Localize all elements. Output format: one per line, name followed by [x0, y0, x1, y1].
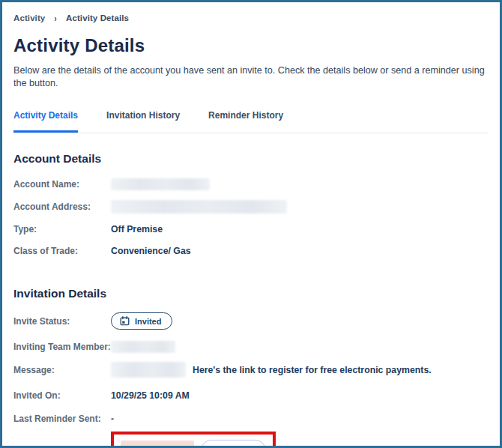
chevron-right-icon: ›	[54, 13, 57, 23]
table-row: Invited On: 10/29/25 10:09 AM	[13, 390, 488, 402]
delivery-status-label: Delivery Status:	[13, 445, 111, 448]
invited-status-badge: Invited	[111, 312, 172, 330]
message-text: Here's the link to register for free ele…	[193, 365, 432, 375]
table-row: Message: Here's the link to register for…	[13, 362, 488, 378]
type-label: Type:	[13, 224, 111, 234]
last-reminder-sent-label: Last Reminder Sent:	[13, 414, 111, 424]
table-row: Account Name:	[13, 178, 488, 190]
type-value: Off Premise	[111, 224, 163, 234]
message-value: Here's the link to register for free ele…	[111, 362, 432, 378]
last-reminder-sent-value: -	[111, 414, 114, 424]
tab-reminder-history[interactable]: Reminder History	[208, 107, 283, 133]
account-details-heading: Account Details	[13, 152, 488, 166]
account-name-label: Account Name:	[13, 179, 111, 190]
account-address-redacted-value	[111, 200, 287, 214]
class-of-trade-label: Class of Trade:	[13, 246, 111, 256]
table-row: Last Reminder Sent: -	[13, 413, 488, 425]
invitation-details-section: Invitation Details Invite Status: Invite…	[13, 287, 488, 448]
invite-status-label: Invite Status:	[13, 316, 111, 327]
account-details-section: Account Details Account Name: Account Ad…	[13, 152, 488, 257]
breadcrumb-activity[interactable]: Activity	[13, 13, 45, 22]
inviting-team-member-redacted-value	[111, 341, 175, 353]
message-redacted-value	[111, 362, 186, 378]
activity-details-page: Activity › Activity Details Activity Det…	[0, 0, 502, 448]
tab-bar: Activity Details Invitation History Remi…	[13, 107, 488, 133]
table-row: Invite Status: Invited	[13, 312, 488, 330]
invited-on-label: Invited On:	[13, 390, 111, 401]
table-row: Class of Trade: Convenience/ Gas	[13, 245, 488, 257]
inviting-team-member-label: Inviting Team Member:	[13, 342, 111, 352]
table-row: Type: Off Premise	[13, 223, 488, 235]
table-row: Account Address:	[13, 200, 488, 214]
account-address-label: Account Address:	[13, 202, 111, 212]
tab-invitation-history[interactable]: Invitation History	[106, 107, 180, 133]
annotation-highlight: Not Delivered Edit Invite	[111, 432, 276, 448]
invitation-details-heading: Invitation Details	[13, 287, 488, 300]
account-name-redacted-value	[111, 178, 210, 190]
edit-invite-button[interactable]: Edit Invite	[201, 440, 266, 448]
page-title: Activity Details	[13, 35, 488, 56]
breadcrumb-activity-details: Activity Details	[66, 13, 129, 22]
not-delivered-status-badge: Not Delivered	[121, 441, 194, 448]
table-row: Delivery Status: Not Delivered Edit Invi…	[13, 432, 488, 448]
breadcrumb: Activity › Activity Details	[13, 13, 488, 22]
tab-activity-details[interactable]: Activity Details	[13, 107, 78, 133]
invited-on-value: 10/29/25 10:09 AM	[111, 390, 190, 401]
calendar-icon	[120, 316, 130, 326]
table-row: Inviting Team Member:	[13, 341, 488, 353]
invited-status-badge-label: Invited	[135, 317, 161, 326]
message-label: Message:	[13, 365, 111, 375]
page-description: Below are the details of the account you…	[13, 64, 488, 90]
class-of-trade-value: Convenience/ Gas	[111, 246, 191, 256]
